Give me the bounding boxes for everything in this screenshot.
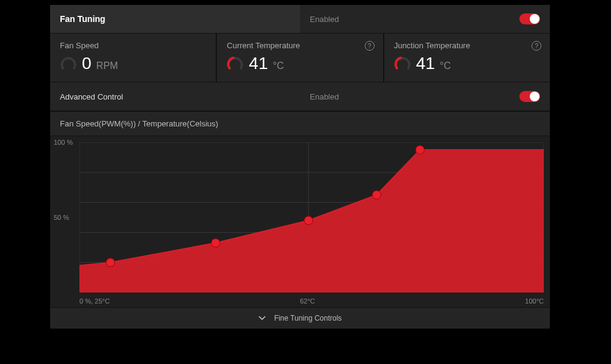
junction-temp-value: 41 bbox=[416, 54, 435, 73]
help-icon[interactable]: ? bbox=[532, 41, 541, 51]
help-icon[interactable]: ? bbox=[365, 41, 375, 51]
y-axis-label: 100 % bbox=[54, 139, 73, 146]
svg-point-11 bbox=[372, 191, 381, 199]
fan-tuning-panel: Fan Tuning Enabled Fan Speed 0 RPM ? Cur… bbox=[50, 5, 550, 329]
svg-point-9 bbox=[211, 239, 220, 247]
fan-curve-chart[interactable]: 100 %50 %0 %, 25°C62°C100°C bbox=[50, 136, 550, 307]
advanced-status-cell: Enabled bbox=[300, 82, 550, 111]
fan-tuning-status: Enabled bbox=[310, 15, 339, 24]
svg-point-10 bbox=[304, 216, 313, 225]
y-axis-label: 50 % bbox=[54, 214, 69, 221]
fan-tuning-status-cell: Enabled bbox=[300, 5, 550, 33]
junction-temp-label: Junction Temperature bbox=[394, 41, 540, 50]
fan-tuning-header: Fan Tuning Enabled bbox=[50, 5, 550, 34]
fan-tuning-toggle[interactable] bbox=[519, 13, 540, 24]
junction-temp-metric: ? Junction Temperature 41 °C bbox=[384, 34, 550, 82]
x-axis-label: 100°C bbox=[525, 297, 544, 305]
junction-temp-unit: °C bbox=[440, 60, 451, 73]
current-temp-label: Current Temperature bbox=[227, 41, 373, 50]
fan-speed-metric: Fan Speed 0 RPM bbox=[50, 34, 216, 82]
gauge-icon bbox=[227, 55, 244, 72]
current-temp-unit: °C bbox=[273, 60, 284, 73]
chevron-down-icon bbox=[258, 316, 266, 321]
gauge-icon bbox=[394, 55, 411, 72]
metrics-row: Fan Speed 0 RPM ? Current Temperature 41… bbox=[50, 34, 550, 82]
fan-tuning-title: Fan Tuning bbox=[60, 14, 105, 24]
fan-speed-unit: RPM bbox=[97, 60, 119, 73]
svg-point-8 bbox=[106, 258, 115, 267]
advanced-control-header: Advanced Control Enabled bbox=[50, 82, 550, 111]
x-axis-label: 62°C bbox=[300, 297, 315, 305]
fine-tuning-controls-button[interactable]: Fine Tuning Controls bbox=[50, 307, 550, 329]
fan-speed-label: Fan Speed bbox=[60, 41, 206, 50]
fine-tuning-label: Fine Tuning Controls bbox=[274, 314, 342, 322]
x-axis-label: 0 %, 25°C bbox=[79, 297, 110, 305]
advanced-control-toggle[interactable] bbox=[519, 91, 540, 102]
advanced-title-cell: Advanced Control bbox=[50, 82, 300, 111]
svg-point-12 bbox=[415, 145, 424, 154]
fan-tuning-title-cell: Fan Tuning bbox=[50, 5, 300, 33]
advanced-control-title: Advanced Control bbox=[60, 92, 123, 101]
current-temp-value: 41 bbox=[249, 54, 268, 73]
gauge-icon bbox=[60, 55, 77, 72]
fan-speed-value: 0 bbox=[82, 54, 92, 73]
chart-header: Fan Speed(PWM(%)) / Temperature(Celsius) bbox=[50, 111, 550, 136]
current-temp-metric: ? Current Temperature 41 °C bbox=[217, 34, 382, 82]
advanced-status: Enabled bbox=[310, 92, 339, 101]
